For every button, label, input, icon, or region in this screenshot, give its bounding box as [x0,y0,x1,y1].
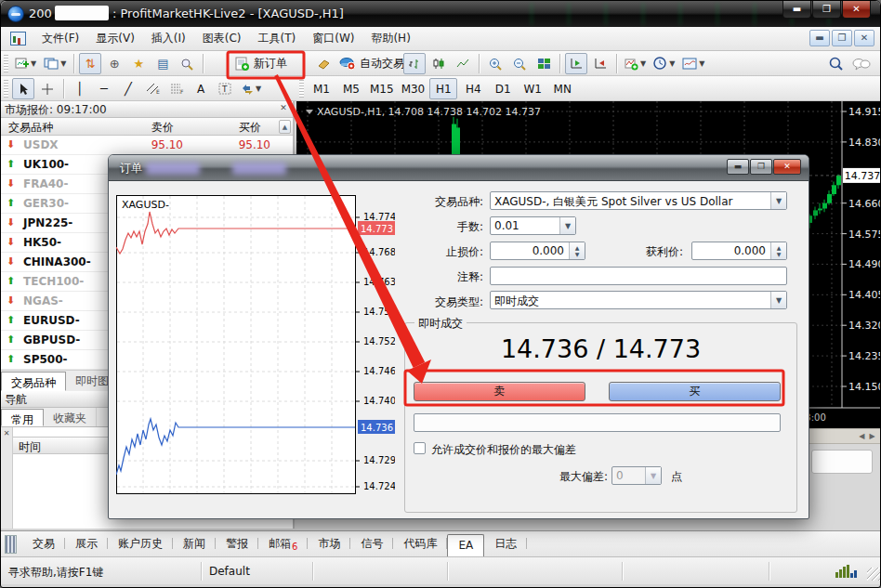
terminal-tab-账户历史[interactable]: 账户历史 [108,532,173,556]
menu-item-1[interactable]: 显示(V) [87,27,143,50]
terminal-panel-icon[interactable] [5,535,17,554]
market-watch-tab[interactable]: 交易品种 [1,372,66,391]
timeframe-button-m30[interactable]: M30 [399,78,428,99]
column-symbol[interactable]: 交易品种 [8,120,53,136]
text-tool-button[interactable]: A [190,78,212,99]
community-button[interactable] [849,53,874,74]
symbol-select[interactable]: XAGUSD-, 白银美元 Spot Silver vs US Dollar ▼ [490,191,787,210]
terminal-tab-交易[interactable]: 交易 [22,532,65,556]
horizontal-line-tool-button[interactable]: ─ [93,78,115,99]
menu-item-3[interactable]: 图表(C) [194,27,250,50]
timeframe-button-m1[interactable]: M1 [308,78,335,99]
buy-button[interactable]: 买 [609,382,781,401]
max-deviation-input[interactable]: 0 ▼ [611,466,662,485]
navigator-tab[interactable]: 收藏夹 [44,408,97,426]
menu-item-4[interactable]: 工具(T) [250,27,305,50]
minimize-button[interactable]: ▬ [782,1,811,19]
timeframe-button-h1[interactable]: H1 [429,78,457,99]
candlestick-chart-button[interactable] [427,53,450,74]
menu-item-5[interactable]: 窗口(W) [304,27,362,50]
timeframe-button-m5[interactable]: M5 [337,78,365,99]
menu-item-0[interactable]: 文件(F) [33,27,87,50]
menu-item-6[interactable]: 帮助(H) [362,27,418,50]
dialog-minimize-button[interactable]: ▬ [727,159,749,175]
scroll-up-icon[interactable]: ▲ [279,120,291,134]
periods-button[interactable]: ▼ [651,53,677,74]
order-dialog-titlebar[interactable]: 订单 ▬ ❐ ✕ [109,155,809,181]
comment-input[interactable] [490,267,787,285]
timeframe-button-h4[interactable]: H4 [459,78,487,99]
strategy-tester-button[interactable] [176,53,198,74]
close-button[interactable]: ✕ [842,1,871,19]
auto-scroll-button[interactable] [565,53,587,74]
trendline-tool-button[interactable]: ╱ [117,78,139,99]
data-window-close-icon[interactable]: ✕ [2,429,12,440]
market-watch-close-icon[interactable]: ✕ [277,102,290,115]
terminal-tab-日志[interactable]: 日志 [484,532,527,556]
timeframe-button-d1[interactable]: D1 [489,78,517,99]
new-chart-button[interactable]: ▼ [12,53,39,74]
templates-button[interactable]: ▼ [679,53,707,74]
crosshair-tool-button[interactable] [36,78,59,99]
spinner-arrows-icon[interactable]: ▲▼ [770,242,786,259]
dropdown-arrow-icon[interactable]: ▼ [770,292,786,308]
takeprofit-input[interactable]: 0.000 ▲▼ [691,242,787,260]
zoom-in-button[interactable] [484,53,506,74]
column-bid[interactable]: 卖价 [151,120,174,136]
order-type-select[interactable]: 即时成交 ▼ [490,291,787,309]
resize-grip[interactable] [867,568,880,581]
indicators-button[interactable]: ▼ [622,53,649,74]
arrows-tool-button[interactable]: ▼ [238,78,264,99]
navigator-tab[interactable]: 常用 [1,409,44,426]
terminal-tab-代码库[interactable]: 代码库 [393,532,447,556]
maximize-button[interactable]: ❐ [812,1,841,19]
dropdown-arrow-icon[interactable]: ▼ [770,192,786,209]
toolbar-grip[interactable] [4,55,8,72]
bar-chart-button[interactable] [403,53,426,74]
chart-menu-icon[interactable] [10,32,26,46]
terminal-tab-ea[interactable]: EA [447,534,484,556]
mdi-restore-button[interactable]: ❐ [832,30,852,46]
scroll-left-icon[interactable]: ◀ ▶ [859,430,875,442]
volume-select[interactable]: 0.01 ▼ [490,216,576,235]
market-watch-header[interactable]: 市场报价: 09:17:00 ✕ [1,101,293,118]
channel-tool-button[interactable]: E [141,78,164,99]
fibonacci-tool-button[interactable]: F [165,78,188,99]
zoom-out-button[interactable] [508,53,531,74]
cursor-tool-button[interactable] [12,78,34,99]
auto-trading-button[interactable]: 自动交易 [336,53,407,74]
terminal-tab-新闻[interactable]: 新闻 [173,532,216,556]
timeframe-button-w1[interactable]: W1 [519,78,546,99]
vertical-line-tool-button[interactable]: │ [69,78,91,99]
toolbar-grip[interactable] [299,80,304,98]
profiles-button[interactable]: ▼ [41,53,69,74]
new-order-button[interactable]: 新订单 [232,53,290,74]
sell-button[interactable]: 卖 [414,382,585,401]
favorites-button[interactable]: ★ [127,53,150,74]
line-chart-button[interactable] [452,53,474,74]
column-ask[interactable]: 买价 [239,120,261,136]
terminal-tab-市场[interactable]: 市场 [308,532,350,556]
max-deviation-checkbox[interactable] [414,442,426,454]
menu-item-2[interactable]: 插入(I) [143,27,194,50]
search-button[interactable] [825,53,848,74]
dialog-restore-button[interactable]: ❐ [750,159,772,175]
mdi-close-button[interactable]: ✕ [854,30,874,46]
terminal-tab-警报[interactable]: 警报 [216,532,258,556]
terminal-tab-信号[interactable]: 信号 [350,532,393,556]
market-row-usdx[interactable]: ⬇USDX95.1095.10 [1,136,293,155]
chart-shift-button[interactable] [589,53,611,74]
navigator-toggle-button[interactable]: ⊕ [103,53,125,74]
text-label-tool-button[interactable]: T [214,78,236,99]
dropdown-arrow-icon[interactable]: ▼ [559,217,575,234]
data-window-button[interactable]: ▤ [151,53,174,74]
dialog-close-button[interactable]: ✕ [773,159,801,175]
terminal-tab-邮箱[interactable]: 邮箱6 [258,532,308,556]
timeframe-button-m15[interactable]: M15 [367,78,397,99]
timeframe-button-mn[interactable]: MN [548,78,576,99]
max-deviation-checkbox-label[interactable]: 允许成交价和报价的最大偏差 [431,442,576,458]
crosshair-eraser-button[interactable] [312,53,335,74]
terminal-tab-展示[interactable]: 展示 [65,532,108,556]
status-profile[interactable]: Default [202,562,313,581]
toolbar-grip[interactable] [4,80,8,98]
